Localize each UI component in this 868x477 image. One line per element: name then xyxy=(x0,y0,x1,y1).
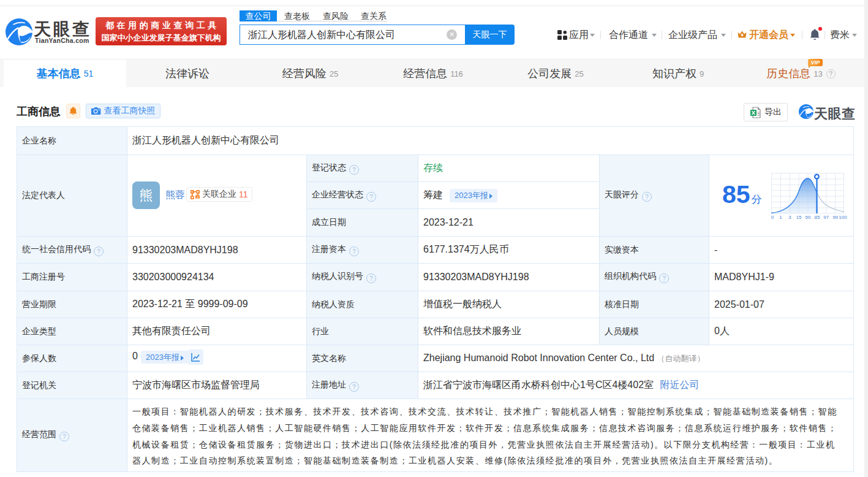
svg-text:企: 企 xyxy=(196,195,200,199)
svg-text:3: 3 xyxy=(788,215,791,219)
svg-text:85: 85 xyxy=(814,215,820,219)
svg-text:50: 50 xyxy=(806,215,811,219)
svg-text:97: 97 xyxy=(823,215,829,219)
svg-text:1: 1 xyxy=(779,215,782,219)
svg-text:99: 99 xyxy=(832,215,838,219)
svg-text:15: 15 xyxy=(796,215,802,219)
svg-text:100: 100 xyxy=(839,215,847,219)
svg-text:0: 0 xyxy=(771,215,774,219)
